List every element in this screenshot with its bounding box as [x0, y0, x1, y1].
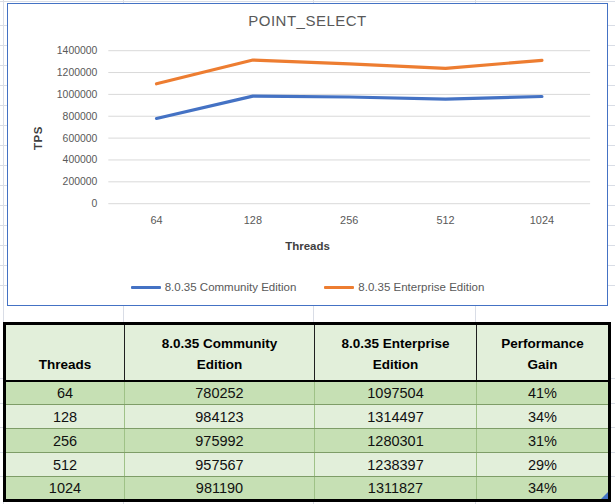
plot-area: 0200000400000600000800000100000012000001… — [8, 4, 607, 305]
table-header-cell[interactable]: Threads — [5, 324, 125, 381]
table-cell[interactable]: 64 — [5, 381, 125, 405]
table-header-cell[interactable]: Performance Gain — [477, 324, 610, 381]
y-tick-label: 1400000 — [57, 45, 98, 56]
point-select-chart[interactable]: 0200000400000600000800000100000012000001… — [7, 3, 608, 306]
x-tick-label: 64 — [150, 214, 162, 226]
x-tick-label: 128 — [244, 214, 262, 226]
spreadsheet-canvas: 0200000400000600000800000100000012000001… — [0, 0, 615, 504]
series-line-0[interactable] — [157, 96, 542, 118]
table-cell[interactable]: 780252 — [125, 381, 315, 405]
table-cell[interactable]: 1097504 — [315, 381, 477, 405]
table-cell[interactable]: 128 — [5, 405, 125, 429]
y-tick-label: 800000 — [63, 111, 98, 122]
table-cell[interactable]: 1024 — [5, 477, 125, 501]
y-tick-label: 200000 — [63, 176, 98, 187]
selection-fill-handle[interactable] — [601, 492, 608, 499]
table-cell[interactable]: 31% — [477, 429, 610, 453]
legend-swatch-icon — [131, 286, 161, 289]
table-header-row: Threads8.0.35 Community Edition8.0.35 En… — [5, 324, 610, 381]
legend-item-0: 8.0.35 Community Edition — [131, 281, 297, 293]
table-cell[interactable]: 1314497 — [315, 405, 477, 429]
legend-label: 8.0.35 Community Edition — [165, 281, 297, 293]
x-tick-label: 1024 — [530, 214, 554, 226]
series-line-1[interactable] — [157, 60, 542, 84]
table-row: 128984123131449734% — [5, 405, 610, 429]
results-table[interactable]: Threads8.0.35 Community Edition8.0.35 En… — [3, 322, 611, 502]
table-header-cell[interactable]: 8.0.35 Community Edition — [125, 324, 315, 381]
row-gridline — [0, 1, 615, 2]
chart-legend: 8.0.35 Community Edition8.0.35 Enterpris… — [8, 281, 607, 293]
legend-item-1: 8.0.35 Enterprise Edition — [324, 281, 484, 293]
legend-label: 8.0.35 Enterprise Edition — [358, 281, 484, 293]
table-cell[interactable]: 975992 — [125, 429, 315, 453]
table-cell[interactable]: 29% — [477, 453, 610, 477]
table-cell[interactable]: 34% — [477, 477, 610, 501]
table-cell[interactable]: 512 — [5, 453, 125, 477]
table-cell[interactable]: 981190 — [125, 477, 315, 501]
y-tick-label: 400000 — [63, 154, 98, 165]
legend-swatch-icon — [324, 286, 354, 289]
table-cell[interactable]: 256 — [5, 429, 125, 453]
table-row: 512957567123839729% — [5, 453, 610, 477]
x-axis-title: Threads — [8, 240, 607, 252]
table-cell[interactable]: 34% — [477, 405, 610, 429]
table-cell[interactable]: 41% — [477, 381, 610, 405]
table-cell[interactable]: 1311827 — [315, 477, 477, 501]
table-header-cell[interactable]: 8.0.35 Enterprise Edition — [315, 324, 477, 381]
table-cell[interactable]: 1280301 — [315, 429, 477, 453]
table-row: 64780252109750441% — [5, 381, 610, 405]
table-cell[interactable]: 957567 — [125, 453, 315, 477]
y-tick-label: 1000000 — [57, 89, 98, 100]
y-axis-title: TPS — [32, 118, 44, 158]
table-row: 256975992128030131% — [5, 429, 610, 453]
chart-title: POINT_SELECT — [8, 12, 607, 29]
table-cell[interactable]: 984123 — [125, 405, 315, 429]
table-cell[interactable]: 1238397 — [315, 453, 477, 477]
x-tick-label: 256 — [340, 214, 358, 226]
x-tick-label: 512 — [436, 214, 454, 226]
table-row: 1024981190131182734% — [5, 477, 610, 501]
y-tick-label: 600000 — [63, 133, 98, 144]
y-tick-label: 0 — [92, 198, 98, 209]
y-tick-label: 1200000 — [57, 67, 98, 78]
